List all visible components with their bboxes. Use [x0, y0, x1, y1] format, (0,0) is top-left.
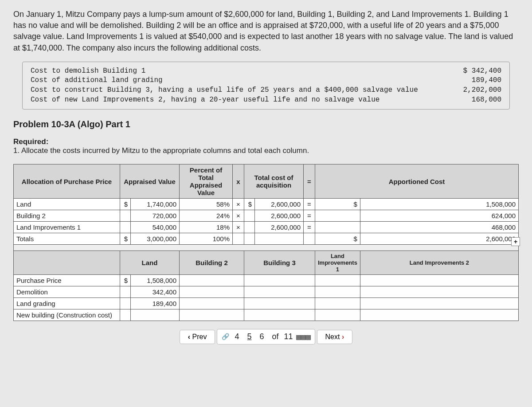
- b3-input[interactable]: [244, 309, 315, 321]
- land-input[interactable]: 342,400: [131, 286, 180, 298]
- li2-input[interactable]: [360, 309, 518, 321]
- row-label[interactable]: New building (Construction cost): [14, 309, 120, 321]
- percent-input[interactable]: 18%: [180, 222, 233, 233]
- th-li2: Land Improvements 2: [360, 251, 518, 275]
- th-percent: Percent of Total Appraised Value: [180, 164, 233, 199]
- th-building2: Building 2: [180, 251, 244, 275]
- b2-input[interactable]: [180, 275, 244, 286]
- table-row: Purchase Price $ 1,508,000: [14, 275, 519, 286]
- table-row: Land $ 1,740,000 58% × $ 2,600,000 = $ 1…: [14, 199, 519, 210]
- apportioned-value: 468,000: [360, 222, 518, 233]
- acquisition-input[interactable]: 2,600,000: [255, 199, 304, 210]
- li1-input[interactable]: [315, 309, 360, 321]
- acquisition-input[interactable]: 2,600,000: [255, 210, 304, 222]
- land-input[interactable]: [131, 309, 180, 321]
- row-label[interactable]: Demolition: [14, 286, 120, 298]
- page-5[interactable]: 5: [244, 331, 254, 342]
- percent-total: 100%: [180, 233, 233, 245]
- li2-input[interactable]: [360, 298, 518, 309]
- appraised-input[interactable]: 1,740,000: [131, 199, 180, 210]
- cost-labels: Cost to demolish Building 1 Cost of addi…: [31, 67, 418, 105]
- percent-input[interactable]: 24%: [180, 210, 233, 222]
- li1-input[interactable]: [315, 286, 360, 298]
- allocation-table: Allocation of Purchase Price Appraised V…: [13, 164, 519, 321]
- next-button[interactable]: Next: [317, 330, 353, 344]
- total-pages: 11: [284, 332, 293, 341]
- appraised-input[interactable]: 720,000: [131, 210, 180, 222]
- of-label: of: [272, 332, 279, 341]
- b3-input[interactable]: [244, 275, 315, 286]
- pagination-bar: Prev 🔗 4 5 6 of 11 ▦▦▦ Next: [13, 321, 519, 348]
- table-row-totals: Totals $ 3,000,000 100% $ 2,600,000 +: [14, 233, 519, 245]
- row-label[interactable]: Purchase Price: [14, 275, 120, 286]
- table-row: Land Improvements 1 540,000 18% × 2,600,…: [14, 222, 519, 233]
- add-row-button[interactable]: +: [511, 237, 520, 246]
- th-times: x: [233, 164, 244, 199]
- li2-input[interactable]: [360, 275, 518, 286]
- apportioned-value: 1,508,000: [360, 199, 518, 210]
- table-row: Building 2 720,000 24% × 2,600,000 = 624…: [14, 210, 519, 222]
- li1-input[interactable]: [315, 275, 360, 286]
- percent-input[interactable]: 58%: [180, 199, 233, 210]
- additional-costs-box: Cost to demolish Building 1 Cost of addi…: [22, 62, 510, 110]
- row-label[interactable]: Building 2: [14, 210, 120, 222]
- table-row: Land grading 189,400: [14, 298, 519, 309]
- acquisition-input[interactable]: 2,600,000: [255, 222, 304, 233]
- grid-icon[interactable]: ▦▦▦: [296, 335, 310, 339]
- page-indicator: 🔗 4 5 6 of 11 ▦▦▦: [217, 329, 315, 344]
- link-icon: 🔗: [222, 333, 229, 341]
- required-label: Required:: [13, 137, 519, 146]
- cost-values: $ 342,400 189,400 2,202,000 168,000: [463, 67, 501, 105]
- table-row: New building (Construction cost): [14, 309, 519, 321]
- prev-button[interactable]: Prev: [180, 330, 215, 344]
- b3-input[interactable]: [244, 298, 315, 309]
- th-land: Land: [120, 251, 180, 275]
- row-label[interactable]: Land: [14, 199, 120, 210]
- li2-input[interactable]: [360, 286, 518, 298]
- land-input[interactable]: 1,508,000: [131, 275, 180, 286]
- th-blank: [14, 251, 120, 275]
- b2-input[interactable]: [180, 309, 244, 321]
- row-label[interactable]: Totals: [14, 233, 120, 245]
- th-equals: =: [304, 164, 315, 199]
- th-acquisition: Total cost of acquisition: [244, 164, 304, 199]
- th-apportioned: Apportioned Cost: [315, 164, 519, 199]
- required-text: 1. Allocate the costs incurred by Mitzu …: [13, 146, 519, 155]
- th-allocation: Allocation of Purchase Price: [14, 164, 120, 199]
- part-title: Problem 10-3A (Algo) Part 1: [13, 119, 519, 129]
- row-label[interactable]: Land Improvements 1: [14, 222, 120, 233]
- b3-input[interactable]: [244, 286, 315, 298]
- problem-statement: On January 1, Mitzu Company pays a lump-…: [13, 9, 519, 54]
- page-6[interactable]: 6: [257, 331, 266, 342]
- th-building3: Building 3: [244, 251, 315, 275]
- b2-input[interactable]: [180, 298, 244, 309]
- page-4[interactable]: 4: [232, 331, 242, 342]
- apportioned-total: 2,600,000 +: [360, 233, 518, 245]
- b2-input[interactable]: [180, 286, 244, 298]
- li1-input[interactable]: [315, 298, 360, 309]
- apportioned-value: 624,000: [360, 210, 518, 222]
- table-row: Demolition 342,400: [14, 286, 519, 298]
- th-appraised: Appraised Value: [120, 164, 180, 199]
- th-li1: Land Improvements 1: [315, 251, 360, 275]
- row-label[interactable]: Land grading: [14, 298, 120, 309]
- land-input[interactable]: 189,400: [131, 298, 180, 309]
- appraised-input[interactable]: 540,000: [131, 222, 180, 233]
- appraised-total: 3,000,000: [131, 233, 180, 245]
